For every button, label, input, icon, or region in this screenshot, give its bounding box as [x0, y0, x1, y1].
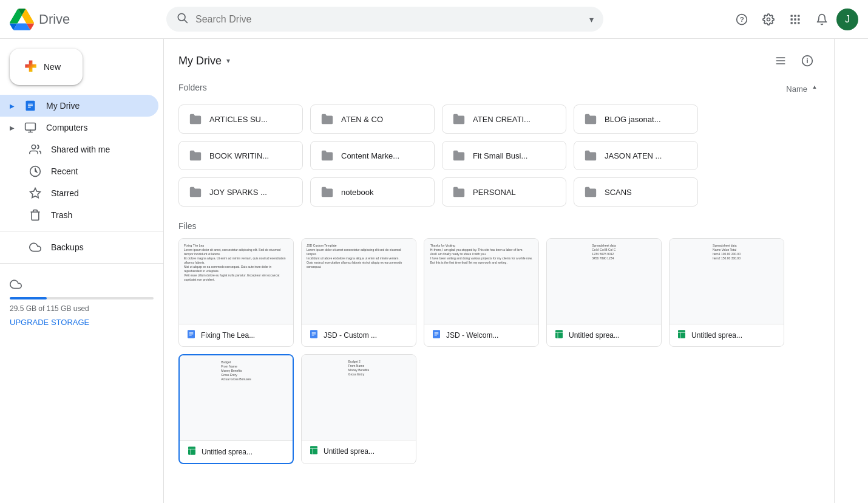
drive-title[interactable]: My Drive ▾ [178, 55, 230, 67]
info-icon [801, 55, 813, 67]
file-item[interactable]: Fixing The LeaLorem ipsum dolor sit amet… [178, 238, 294, 347]
sidebar-item-trash[interactable]: Trash [0, 204, 158, 226]
svg-marker-19 [30, 188, 41, 198]
folder-icon [189, 112, 202, 126]
search-input[interactable] [195, 14, 582, 25]
sidebar-divider [0, 231, 163, 231]
file-item[interactable]: Spreadsheet dataCol A Col B Col C1234 56… [546, 238, 662, 347]
my-drive-icon [24, 100, 36, 112]
svg-rect-10 [791, 22, 793, 24]
file-type-icon [309, 445, 319, 457]
file-type-icon [186, 329, 196, 341]
svg-rect-5 [794, 15, 796, 16]
storage-progress-bar [10, 297, 154, 299]
svg-text:?: ? [740, 15, 744, 23]
content-area: My Drive ▾ Folders Name [164, 39, 834, 503]
file-type-icon [554, 329, 564, 341]
content-header: My Drive ▾ [178, 49, 819, 73]
sidebar-item-my-drive[interactable]: ▶ My Drive [0, 95, 158, 117]
list-view-button[interactable] [768, 49, 793, 73]
file-item[interactable]: BudgetFrom NameMoney BenefitsGross Entry… [178, 354, 294, 464]
file-item[interactable]: Spreadsheet dataName Value TotalItem1 10… [669, 238, 784, 347]
settings-button[interactable] [756, 7, 781, 32]
svg-rect-44 [188, 447, 195, 454]
folder-item[interactable]: Content Marke... [310, 141, 435, 170]
folder-name: ARTICLES SU... [209, 115, 268, 124]
storage-section: 29.5 GB of 115 GB used UPGRADE STORAGE [0, 269, 163, 337]
new-button[interactable]: ✚ New [10, 49, 83, 85]
search-icon [176, 12, 188, 27]
sidebar-item-label-backups: Backups [51, 242, 84, 252]
sidebar-item-shared[interactable]: Shared with me [0, 139, 158, 160]
sort-row: Name [786, 84, 819, 94]
search-bar[interactable]: ▾ [166, 7, 603, 32]
file-type-icon [677, 329, 687, 341]
file-name: Untitled sprea... [569, 331, 654, 340]
svg-rect-12 [798, 22, 799, 24]
svg-point-17 [32, 145, 36, 149]
info-button[interactable] [795, 49, 819, 73]
storage-cloud-icon [10, 278, 22, 290]
folder-item[interactable]: BOOK WRITIN... [178, 141, 303, 170]
sidebar-item-recent[interactable]: Recent [0, 160, 158, 182]
folder-item[interactable]: PERSONAL [442, 177, 566, 207]
folders-section-title: Folders [178, 83, 207, 92]
sort-name-button[interactable]: Name [786, 84, 807, 94]
sidebar-item-label-starred: Starred [51, 188, 79, 198]
folder-name: JOY SPARKS ... [209, 188, 267, 197]
svg-rect-31 [312, 332, 316, 333]
notifications-button[interactable] [810, 7, 834, 32]
file-preview: BudgetFrom NameMoney BenefitsGross Entry… [180, 355, 293, 440]
app-name: Drive [39, 12, 70, 27]
file-info: Untitled sprea... [547, 324, 661, 346]
folder-item[interactable]: notebook [310, 177, 435, 207]
my-drive-expand-icon: ▶ [10, 103, 15, 109]
sidebar-item-starred[interactable]: Starred [0, 182, 158, 204]
storage-label: 29.5 GB of 115 GB used [10, 304, 154, 313]
file-info: Untitled sprea... [180, 440, 293, 463]
file-item[interactable]: JSD Custom TemplateLorem ipsum dolor sit… [301, 238, 416, 347]
folder-item[interactable]: ARTICLES SU... [178, 104, 303, 134]
folder-item[interactable]: ATEN CREATI... [442, 104, 566, 134]
svg-rect-7 [791, 18, 793, 20]
folder-item[interactable]: JASON ATEN ... [574, 141, 698, 170]
file-item[interactable]: Thanks for VisitingHi there, I am glad y… [424, 238, 539, 347]
help-button[interactable]: ? [730, 7, 754, 32]
title-dropdown-icon[interactable]: ▾ [226, 56, 230, 65]
apps-button[interactable] [783, 7, 807, 32]
file-info: Untitled sprea... [302, 440, 416, 462]
folder-name: SCANS [605, 188, 632, 197]
search-dropdown-icon[interactable]: ▾ [589, 15, 594, 24]
sidebar-item-label-computers: Computers [46, 123, 87, 132]
file-item[interactable]: Budget 2From NameMoney BenefitsGross Ent… [301, 354, 416, 464]
file-preview: Spreadsheet dataCol A Col B Col C1234 56… [547, 239, 661, 324]
list-view-icon [775, 55, 787, 67]
folder-name: BLOG jasonat... [605, 115, 661, 124]
trash-icon [29, 209, 41, 221]
folder-icon [189, 185, 202, 199]
file-preview-text: BudgetFrom NameMoney BenefitsGross Entry… [221, 360, 251, 382]
folder-name: ATEN CREATI... [473, 115, 531, 124]
folder-item[interactable]: ATEN & CO [310, 104, 435, 134]
drive-logo-icon [10, 7, 34, 32]
svg-rect-11 [794, 22, 796, 24]
sidebar-item-label-shared: Shared with me [51, 145, 110, 154]
files-section: Files Fixing The LeaLorem ipsum dolor si… [178, 221, 819, 464]
folder-item[interactable]: SCANS [574, 177, 698, 207]
svg-rect-22 [776, 63, 785, 64]
folder-item[interactable]: BLOG jasonat... [574, 104, 698, 134]
avatar[interactable]: J [836, 9, 858, 30]
folder-item[interactable]: Fit Small Busi... [442, 141, 566, 170]
drive-title-text: My Drive [178, 55, 222, 67]
recent-icon [29, 165, 41, 177]
folder-name: Content Marke... [341, 151, 399, 160]
svg-rect-32 [312, 334, 316, 334]
svg-rect-41 [678, 330, 685, 338]
folder-icon [584, 149, 597, 162]
sidebar-item-backups[interactable]: Backups [0, 236, 158, 258]
header: Drive ▾ ? J [0, 0, 868, 39]
upgrade-button[interactable]: UPGRADE STORAGE [10, 318, 154, 327]
computers-icon [24, 121, 36, 134]
sidebar-item-computers[interactable]: ▶ Computers [0, 117, 158, 139]
folder-item[interactable]: JOY SPARKS ... [178, 177, 303, 207]
